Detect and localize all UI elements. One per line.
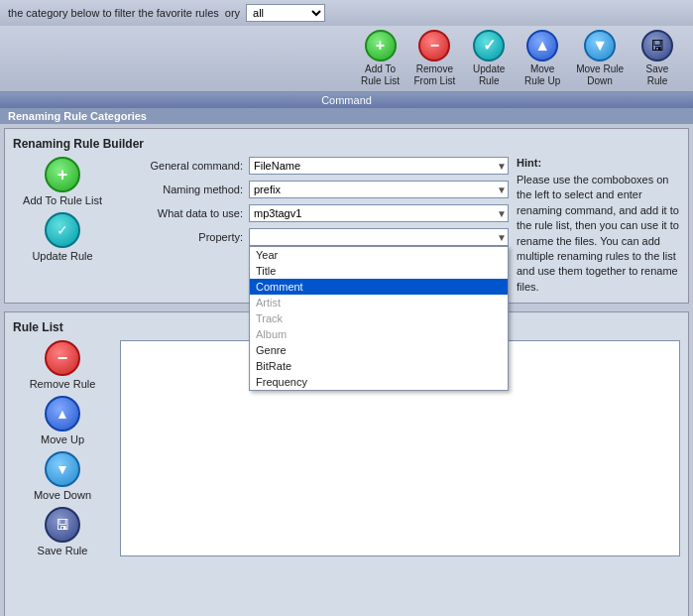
general-command-label: General command: [120,160,249,172]
move-rule-up-toolbar-btn[interactable]: ▲ MoveRule Up [517,28,568,89]
move-down-btn[interactable]: ▼ Move Down [18,451,107,501]
rule-list-buttons: − Remove Rule ▲ Move Up ▼ Move Down 🖫 Sa… [13,340,112,556]
save-rule-toolbar-btn[interactable]: 🖫 SaveRule [632,28,683,89]
add-to-rule-list-toolbar-btn[interactable]: + Add ToRule List [355,28,406,89]
what-data-select[interactable]: mp3tagv1 [249,204,509,222]
rule-builder-left-buttons: + Add To Rule List ✓ Update Rule [13,157,112,295]
general-command-wrapper: FileName ▼ [249,157,509,175]
move-rule-down-toolbar-btn[interactable]: ▼ Move RuleDown [570,28,630,89]
general-command-select[interactable]: FileName [249,157,509,175]
naming-method-label: Naming method: [120,184,249,195]
remove-rule-btn[interactable]: − Remove Rule [18,340,107,390]
filter-label: the category below to filter the favorit… [8,7,219,19]
category-header: Renaming Rule Categories [0,108,693,124]
update-rule-toolbar-btn[interactable]: ✓ UpdateRule [463,28,515,89]
add-to-rule-list-btn[interactable]: + Add To Rule List [18,157,107,206]
rule-builder-title: Renaming Rule Builder [13,137,680,151]
dropdown-item-year[interactable]: Year [250,247,508,263]
property-label: Property: [120,231,249,243]
dropdown-item-track[interactable]: Track [250,310,508,326]
category-select[interactable]: all [246,4,325,22]
dropdown-item-bitrate[interactable]: BitRate [250,358,508,374]
hint-text: Please use the comboboxes on the left to… [517,173,680,295]
what-data-wrapper: mp3tagv1 ▼ [249,204,509,222]
rule-builder-section: Renaming Rule Builder + Add To Rule List… [4,128,689,304]
dropdown-item-title[interactable]: Title [250,263,508,279]
dropdown-item-comment[interactable]: Comment [250,279,508,295]
property-dropdown: Year Title Comment Artist Track Album Ge… [249,246,509,391]
dropdown-item-artist[interactable]: Artist [250,295,508,310]
dropdown-item-album[interactable]: Album [250,326,508,342]
remove-from-list-toolbar-btn[interactable]: − RemoveFrom List [408,28,462,89]
what-data-label: What data to use: [120,207,249,219]
command-label: Command [321,94,372,106]
update-rule-btn[interactable]: ✓ Update Rule [18,212,107,262]
dropdown-item-genre[interactable]: Genre [250,342,508,358]
command-strip: Command [0,92,693,108]
property-input[interactable] [249,228,509,246]
naming-method-wrapper: prefix ▼ [249,181,509,198]
save-rule-btn[interactable]: 🖫 Save Rule [18,507,107,556]
category-label-prefix: ory [225,7,240,19]
move-up-btn[interactable]: ▲ Move Up [18,396,107,445]
hint-panel: Hint: Please use the comboboxes on the l… [517,157,680,295]
filter-row: the category below to filter the favorit… [0,0,693,26]
hint-title: Hint: [517,157,680,169]
rule-builder-form: General command: FileName ▼ Naming metho… [120,157,509,295]
property-wrapper: ▼ Year Title Comment Artist Track Album … [249,228,509,246]
naming-method-select[interactable]: prefix [249,181,509,198]
toolbar: + Add ToRule List − RemoveFrom List ✓ Up… [347,26,694,91]
dropdown-item-frequency[interactable]: Frequency [250,374,508,390]
